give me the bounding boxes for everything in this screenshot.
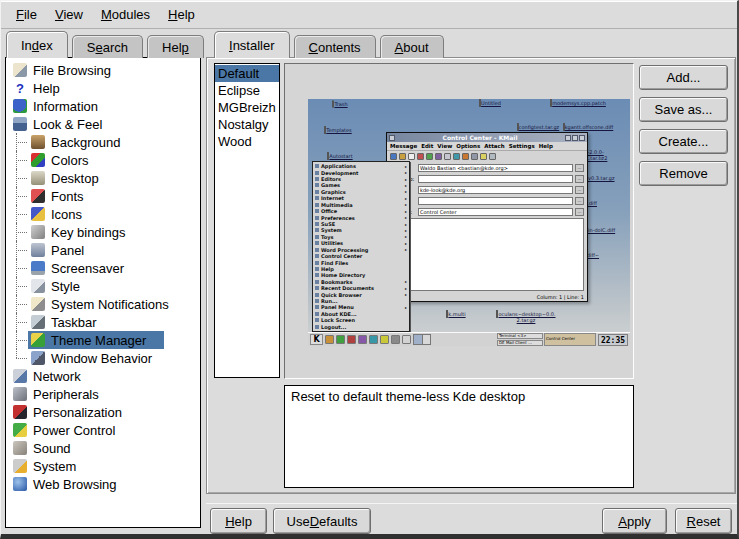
tree-item-personalization[interactable]: Personalization (6, 403, 200, 421)
submenu-arrow-icon: ▸ (405, 292, 407, 297)
tab-help[interactable]: Help (147, 35, 204, 58)
kmail-field-browse-button: ... (575, 164, 584, 172)
desktop-file-icon: Untitled (460, 100, 520, 106)
apply-button[interactable]: Apply (602, 508, 667, 534)
submenu-arrow-icon: ▸ (405, 241, 407, 246)
tab-installer[interactable]: Installer (214, 31, 290, 58)
save-as-button[interactable]: Save as... (639, 97, 728, 122)
menu-help[interactable]: Help (159, 4, 204, 25)
submenu-arrow-icon: ▸ (405, 234, 407, 239)
tree-item-label: Screensaver (51, 261, 124, 276)
k-menu-item-icon (315, 261, 319, 265)
theme-eclipse[interactable]: Eclipse (215, 82, 279, 99)
submenu-arrow-icon: ▸ (405, 286, 407, 291)
kmail-field: Subject: Control Center ... (387, 206, 587, 217)
k-menu-item-icon (315, 241, 319, 245)
kmail-field-browse-button: ... (575, 175, 584, 183)
tree-item-fonts[interactable]: Fonts (6, 187, 200, 205)
tree-item-icons[interactable]: Icons (6, 205, 200, 223)
tab-search[interactable]: Search (72, 35, 143, 58)
create-button[interactable]: Create... (639, 129, 728, 154)
tree-item-colors[interactable]: Colors (6, 151, 200, 169)
submenu-arrow-icon: ▸ (405, 279, 407, 284)
tree-item-sound[interactable]: Sound (6, 439, 200, 457)
k-menu-item-icon (315, 222, 319, 226)
kmail-field-value: Waldo Bastian <bastian@kde.org> (418, 164, 573, 172)
tree-item-panel[interactable]: Panel (6, 241, 200, 259)
menu-file[interactable]: File (7, 4, 46, 25)
kmail-menu-item: View (437, 143, 452, 149)
tab-index[interactable]: Index (6, 31, 68, 58)
tab-about[interactable]: About (380, 35, 444, 58)
tree-item-peripherals[interactable]: Peripherals (6, 385, 200, 403)
reset-button[interactable]: Reset (675, 508, 732, 534)
taskbar-icon (31, 315, 45, 329)
tree-item-label: Colors (51, 153, 89, 168)
theme-action-buttons: Add... Save as... Create... Remove (639, 65, 728, 193)
menu-view[interactable]: View (46, 4, 92, 25)
tab-contents[interactable]: Contents (294, 35, 376, 58)
right-tabbar: Installer Contents About (214, 31, 448, 58)
tree-item-file-browsing[interactable]: File Browsing (6, 61, 200, 79)
k-menu-item-icon (315, 164, 319, 168)
tree-item-label: File Browsing (33, 63, 111, 78)
close-icon (579, 135, 585, 141)
tree-item-look-and-feel[interactable]: Look & Feel (6, 115, 200, 133)
window-menu-button-icon (389, 135, 395, 141)
maximize-icon (572, 135, 578, 141)
submenu-arrow-icon: ▸ (405, 183, 407, 188)
kmail-statusbar: Column: 1 | Line: 1 (387, 292, 587, 301)
submenu-arrow-icon: ▸ (405, 196, 407, 201)
gear-icon (13, 459, 27, 473)
tree-item-system[interactable]: System (6, 457, 200, 475)
k-menu-item-icon (315, 267, 319, 271)
network-icon (13, 369, 27, 383)
preview-kmail-menubar: MessageEditViewOptionsAttachSettingsHelp (387, 142, 587, 151)
theme-item-label: MGBreizh (218, 100, 276, 115)
tree-item-web-browsing[interactable]: Web Browsing (6, 475, 200, 493)
theme-mgbreizh[interactable]: MGBreizh (215, 99, 279, 116)
kmail-field: Cc: ... (387, 195, 587, 206)
tree-item-taskbar[interactable]: Taskbar (6, 313, 200, 331)
theme-nostalgy[interactable]: Nostalgy (215, 116, 279, 133)
icon-grid-icon (31, 207, 45, 221)
submenu-arrow-icon: ▸ (405, 189, 407, 194)
tree-item-label: Peripherals (33, 387, 99, 402)
k-menu-item-icon (315, 216, 319, 220)
k-menu-item-icon (315, 305, 319, 309)
tree-item-network[interactable]: Network (6, 367, 200, 385)
tree-item-label: Key bindings (51, 225, 125, 240)
tree-item-help[interactable]: ? Help (6, 79, 200, 97)
tree-item-desktop[interactable]: Desktop (6, 169, 200, 187)
tree-item-information[interactable]: Information (6, 97, 200, 115)
information-icon (13, 99, 27, 113)
k-menu-item-icon (315, 171, 319, 175)
tree-item-label: Background (51, 135, 120, 150)
theme-default[interactable]: Default (215, 65, 279, 82)
k-menu-item-icon (315, 293, 319, 297)
preview-kmail-fields: From: Waldo Bastian <bastian@kde.org> ..… (387, 162, 587, 217)
tree-item-system-notifications[interactable]: System Notifications (6, 295, 200, 313)
use-defaults-button[interactable]: Use Defaults (273, 508, 371, 534)
tree-item-power-control[interactable]: Power Control (6, 421, 200, 439)
k-menu-item-icon (315, 177, 319, 181)
tree-item-key-bindings[interactable]: Key bindings (6, 223, 200, 241)
desktop-file-icon: kgantt.offscone.diff (558, 124, 618, 130)
gift-box-icon (31, 333, 45, 347)
submenu-arrow-icon: ▸ (405, 222, 407, 227)
tree-item-screensaver[interactable]: Screensaver (6, 259, 200, 277)
mouse-icon (13, 387, 27, 401)
theme-item-label: Wood (218, 134, 252, 149)
kde-control-center-window: File View Modules Help Index Search Help… (0, 0, 739, 539)
help-button[interactable]: Help (210, 508, 267, 534)
tree-item-background[interactable]: Background (6, 133, 200, 151)
menu-modules[interactable]: Modules (92, 4, 159, 25)
task-mail-client: DE Mail Client ... (497, 340, 543, 346)
tree-item-window-behavior[interactable]: Window Behavior (6, 349, 200, 367)
theme-preview-frame: Trash Templates Autostart Control Center… (284, 63, 634, 379)
add-button[interactable]: Add... (639, 65, 728, 90)
tree-item-style[interactable]: Style (6, 277, 200, 295)
theme-wood[interactable]: Wood (215, 133, 279, 150)
remove-button[interactable]: Remove (639, 161, 728, 186)
tree-item-theme-manager[interactable]: Theme Manager (6, 331, 200, 349)
